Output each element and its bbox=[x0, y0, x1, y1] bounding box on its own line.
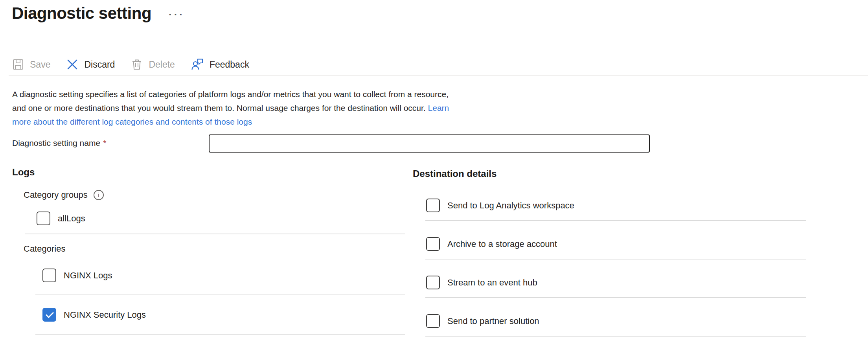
nginx-logs-label: NGINX Logs bbox=[64, 271, 112, 281]
feedback-button[interactable]: Feedback bbox=[191, 58, 249, 71]
learn-more-link[interactable]: Learn bbox=[428, 103, 449, 112]
send-partner-solution-checkbox[interactable] bbox=[426, 314, 440, 328]
page-title: Diagnostic setting bbox=[12, 4, 151, 23]
category-groups-label: Category groups bbox=[24, 190, 88, 200]
archive-storage-row: Archive to a storage account bbox=[426, 237, 557, 251]
nginx-logs-row: NGINX Logs bbox=[42, 269, 112, 282]
description-line2: and one or more destinations that you wo… bbox=[12, 103, 428, 112]
save-button[interactable]: Save bbox=[12, 58, 50, 71]
stream-event-hub-label: Stream to an event hub bbox=[447, 278, 537, 288]
categories-label: Categories bbox=[24, 244, 65, 254]
archive-storage-label: Archive to a storage account bbox=[447, 239, 557, 249]
discard-label: Discard bbox=[84, 59, 115, 70]
category-groups-row: Category groups i bbox=[24, 190, 104, 200]
nginx-security-logs-row: NGINX Security Logs bbox=[42, 308, 146, 322]
nginx-security-logs-checkbox[interactable] bbox=[42, 308, 56, 322]
setting-name-input[interactable] bbox=[209, 134, 650, 153]
stream-event-hub-checkbox[interactable] bbox=[426, 276, 440, 289]
learn-more-link-continued[interactable]: more about the different log categories … bbox=[12, 117, 252, 126]
alllogs-label: allLogs bbox=[58, 213, 85, 224]
archive-storage-checkbox[interactable] bbox=[426, 237, 440, 251]
save-label: Save bbox=[30, 59, 50, 70]
send-partner-solution-label: Send to partner solution bbox=[447, 316, 539, 326]
divider bbox=[425, 259, 806, 259]
divider bbox=[425, 220, 806, 221]
delete-label: Delete bbox=[149, 59, 175, 70]
setting-name-label: Diagnostic setting name* bbox=[12, 138, 106, 148]
description: A diagnostic setting specifies a list of… bbox=[12, 87, 449, 129]
logs-heading: Logs bbox=[12, 167, 35, 178]
discard-x-icon bbox=[66, 58, 79, 71]
send-partner-solution-row: Send to partner solution bbox=[426, 314, 539, 328]
nginx-logs-checkbox[interactable] bbox=[42, 269, 56, 282]
destination-details-heading: Destination details bbox=[413, 168, 497, 179]
send-to-log-analytics-checkbox[interactable] bbox=[426, 199, 440, 212]
divider bbox=[35, 334, 405, 335]
save-icon bbox=[12, 58, 24, 71]
divider bbox=[25, 234, 405, 234]
more-options-button[interactable]: ··· bbox=[169, 9, 185, 21]
divider bbox=[425, 336, 806, 337]
alllogs-checkbox[interactable] bbox=[37, 212, 50, 225]
info-icon[interactable]: i bbox=[94, 190, 104, 200]
nginx-security-logs-label: NGINX Security Logs bbox=[64, 310, 146, 320]
divider bbox=[425, 297, 806, 298]
feedback-person-icon bbox=[191, 58, 204, 71]
description-line1: A diagnostic setting specifies a list of… bbox=[12, 90, 449, 99]
stream-event-hub-row: Stream to an event hub bbox=[426, 276, 537, 289]
diagnostic-setting-page: Diagnostic setting ··· Save Discard bbox=[0, 0, 868, 357]
command-bar: Save Discard Delete bbox=[12, 55, 249, 74]
send-to-log-analytics-label: Send to Log Analytics workspace bbox=[447, 201, 574, 211]
discard-button[interactable]: Discard bbox=[66, 58, 115, 71]
required-asterisk: * bbox=[103, 138, 106, 147]
toolbar-divider bbox=[9, 75, 868, 76]
divider bbox=[35, 294, 405, 294]
delete-button[interactable]: Delete bbox=[131, 58, 175, 71]
feedback-label: Feedback bbox=[210, 59, 249, 70]
alllogs-row: allLogs bbox=[37, 212, 85, 225]
trash-icon bbox=[131, 58, 143, 71]
setting-name-label-text: Diagnostic setting name bbox=[12, 138, 100, 147]
send-to-log-analytics-row: Send to Log Analytics workspace bbox=[426, 199, 574, 212]
